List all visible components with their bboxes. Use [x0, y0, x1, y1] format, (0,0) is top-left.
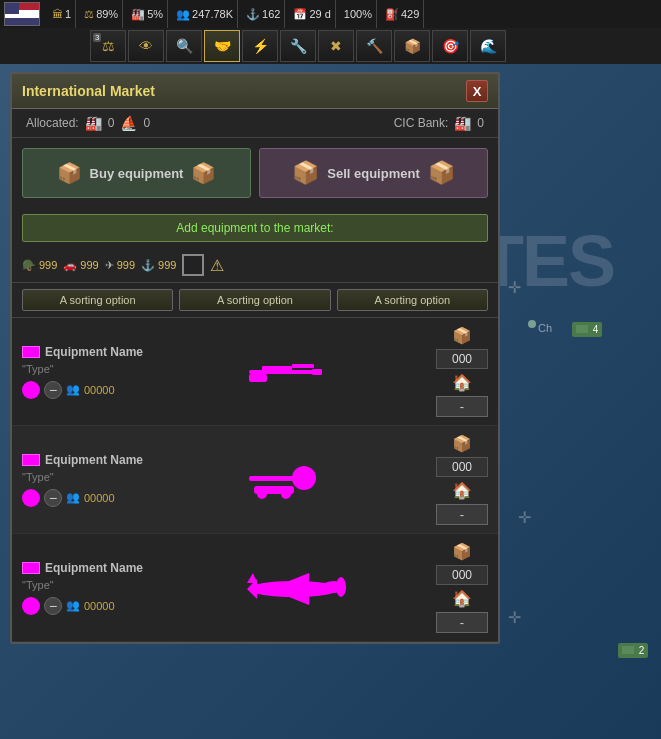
map-label-text: TES [480, 220, 614, 302]
eq-left-0: Equipment Name "Type" − 👥 00000 [22, 345, 152, 399]
stat-factory: 🏛 1 [48, 0, 76, 28]
international-market-dialog: International Market X Allocated: 🏭 0 ⛵ … [10, 72, 500, 644]
eq-flag-0 [22, 346, 40, 358]
eq-icons-2: 📦 🏠 - [436, 542, 488, 633]
nav-btn-close[interactable]: ✖ [318, 30, 354, 62]
stat-industry: 🏭 5% [127, 0, 168, 28]
buy-equipment-panel[interactable]: 📦 Buy equipment 📦 [22, 148, 251, 198]
svg-rect-1 [262, 366, 292, 374]
eq-silhouette-cannon [160, 461, 428, 499]
eq-minus-0[interactable]: − [44, 381, 62, 399]
nav-btn-construction[interactable]: 🔨 [356, 30, 392, 62]
infantry-icon: 🪖 [22, 259, 36, 272]
nav-btn-logistics[interactable]: 📦 [394, 30, 430, 62]
nav-btn-production[interactable]: 🔧 [280, 30, 316, 62]
sort-option-1[interactable]: A sorting option [22, 289, 173, 311]
calendar-icon: 📅 [293, 8, 307, 21]
allocated-row: Allocated: 🏭 0 ⛵ 0 CIC Bank: 🏭 0 [12, 109, 498, 138]
eq-type-2: "Type" [22, 579, 152, 591]
sort-option-3[interactable]: A sorting option [337, 289, 488, 311]
eq-action-btn-2[interactable]: - [436, 612, 488, 633]
eq-warehouse-icon-0: 🏠 [452, 373, 472, 392]
eq-quantity-input-2[interactable] [436, 565, 488, 585]
eq-minus-1[interactable]: − [44, 489, 62, 507]
country-flag[interactable] [4, 2, 40, 26]
add-equipment-button[interactable]: Add equipment to the market: [22, 214, 488, 242]
map-flag-badge-1: 4 [572, 322, 602, 337]
eq-name-1: Equipment Name [45, 453, 143, 467]
dialog-title-bar: International Market X [12, 74, 498, 109]
eq-flag-1 [22, 454, 40, 466]
nav-btn-intelligence[interactable]: 👁 [128, 30, 164, 62]
nav-btn-diplomacy[interactable]: 🤝 [204, 30, 240, 62]
nav-btn-naval[interactable]: 🌊 [470, 30, 506, 62]
eq-circle-1[interactable] [22, 489, 40, 507]
sell-icon-left: 📦 [292, 160, 319, 186]
buy-sell-row: 📦 Buy equipment 📦 📦 Sell equipment 📦 [12, 138, 498, 208]
eq-warehouse-icon-2: 🏠 [452, 589, 472, 608]
naval-filter-icon: ⚓ [141, 259, 155, 272]
eq-left-1: Equipment Name "Type" − 👥 00000 [22, 453, 152, 507]
map-dot-1 [528, 320, 536, 328]
filter-air[interactable]: ✈ 999 [105, 259, 135, 272]
eq-action-btn-0[interactable]: - [436, 396, 488, 417]
color-filter-swatch[interactable] [182, 254, 204, 276]
eq-icons-0: 📦 🏠 - [436, 326, 488, 417]
map-cross-3: ✛ [508, 608, 521, 627]
nav-btn-search[interactable]: 🔍 [166, 30, 202, 62]
equipment-item-0: Equipment Name "Type" − 👥 00000 [12, 318, 498, 426]
stat-balance: ⚖ 89% [80, 0, 123, 28]
cic-bank-icon: 🏭 [454, 115, 471, 131]
eq-warehouse-icon-1: 🏠 [452, 481, 472, 500]
equipment-item-1: Equipment Name "Type" − 👥 00000 [12, 426, 498, 534]
nav-btn-power[interactable]: ⚡ [242, 30, 278, 62]
svg-point-7 [292, 466, 316, 490]
top-bar: 🏛 1 ⚖ 89% 🏭 5% 👥 247.78K ⚓ 162 📅 29 d 10… [0, 0, 661, 28]
cic-bank-label: CIC Bank: [394, 116, 449, 130]
svg-rect-5 [314, 369, 322, 375]
svg-marker-16 [247, 589, 257, 599]
dialog-close-button[interactable]: X [466, 80, 488, 102]
filter-naval[interactable]: ⚓ 999 [141, 259, 176, 272]
eq-name-row-1: Equipment Name [22, 453, 152, 467]
equipment-list: Equipment Name "Type" − 👥 00000 [12, 318, 498, 642]
eq-action-btn-1[interactable]: - [436, 504, 488, 525]
stat-fuel: ⛽ 429 [381, 0, 424, 28]
map-cross-1: ✛ [508, 278, 521, 297]
alloc-factory-icon: 🏭 [85, 115, 102, 131]
sell-icon-right: 📦 [428, 160, 455, 186]
eq-stack-icon-1: 📦 [452, 434, 472, 453]
eq-left-2: Equipment Name "Type" − 👥 00000 [22, 561, 152, 615]
eq-circle-0[interactable] [22, 381, 40, 399]
eq-quantity-input-0[interactable] [436, 349, 488, 369]
ships-icon: ⚓ [246, 8, 260, 21]
eq-minus-2[interactable]: − [44, 597, 62, 615]
nav-btn-court[interactable]: 3 ⚖ [90, 30, 126, 62]
eq-manpower-0: 👥 00000 [66, 383, 115, 396]
filter-infantry[interactable]: 🪖 999 [22, 259, 57, 272]
nav-btn-missions[interactable]: 🎯 [432, 30, 468, 62]
svg-point-9 [257, 489, 267, 499]
sell-equipment-panel[interactable]: 📦 Sell equipment 📦 [259, 148, 488, 198]
dialog-title-text: International Market [22, 83, 155, 99]
nav-bar: 3 ⚖ 👁 🔍 🤝 ⚡ 🔧 ✖ 🔨 📦 🎯 🌊 [0, 28, 661, 64]
svg-rect-3 [249, 374, 267, 382]
industry-icon: 🏭 [131, 8, 145, 21]
stat-ships: ⚓ 162 [242, 0, 285, 28]
eq-name-row-0: Equipment Name [22, 345, 152, 359]
eq-name-row-2: Equipment Name [22, 561, 152, 575]
eq-bottom-row-0: − 👥 00000 [22, 381, 152, 399]
manpower-icon-0: 👥 [66, 383, 80, 396]
eq-quantity-input-1[interactable] [436, 457, 488, 477]
filter-armor[interactable]: 🚗 999 [63, 259, 98, 272]
eq-manpower-2: 👥 00000 [66, 599, 115, 612]
sort-option-2[interactable]: A sorting option [179, 289, 330, 311]
fuel-icon: ⛽ [385, 8, 399, 21]
manpower-icon-2: 👥 [66, 599, 80, 612]
stat-calendar: 📅 29 d [289, 0, 335, 28]
armor-icon: 🚗 [63, 259, 77, 272]
stat-speed: 100% [340, 0, 377, 28]
buy-icon-left: 📦 [57, 161, 82, 185]
warning-filter-icon[interactable]: ⚠ [210, 256, 224, 275]
eq-circle-2[interactable] [22, 597, 40, 615]
